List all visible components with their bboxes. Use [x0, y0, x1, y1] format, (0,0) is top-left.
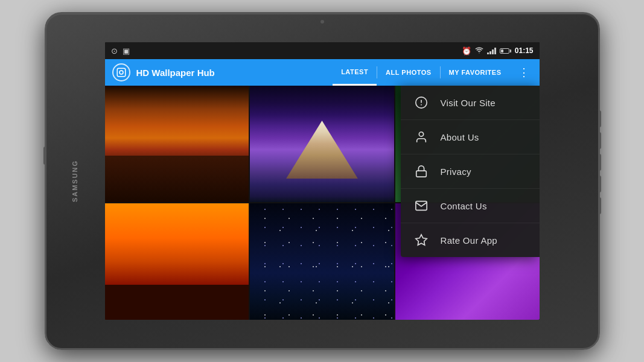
main-content: Visit Our Site About Us	[105, 86, 540, 320]
photo-cell-2[interactable]	[250, 86, 394, 202]
tab-all-photos[interactable]: ALL PHOTOS	[377, 59, 440, 86]
dropdown-menu: Visit Our Site About Us	[401, 86, 540, 257]
mail-icon	[413, 197, 430, 214]
star-icon	[413, 232, 430, 249]
svg-rect-7	[416, 171, 426, 177]
svg-point-2	[120, 71, 123, 74]
app-title: HD Wallpaper Hub	[136, 68, 327, 78]
svg-point-5	[421, 104, 422, 106]
menu-label-visit-site: Visit Our Site	[441, 98, 496, 108]
photo-cell-4[interactable]	[105, 203, 249, 320]
navigation-tabs: LATEST ALL PHOTOS MY FAVORITES	[333, 59, 509, 86]
lock-icon	[413, 163, 430, 180]
svg-rect-1	[117, 68, 126, 77]
menu-label-privacy: Privacy	[441, 167, 471, 177]
whatsapp-icon: ⊙	[111, 46, 118, 56]
app-logo-icon	[112, 63, 130, 81]
status-left-icons: ⊙ ▣	[111, 46, 130, 56]
alert-circle-icon	[413, 94, 430, 111]
svg-marker-8	[415, 235, 426, 245]
menu-label-rate-app: Rate Our App	[441, 235, 498, 246]
camera-dot	[320, 20, 324, 24]
svg-point-6	[419, 132, 423, 136]
status-time: 01:15	[515, 46, 534, 55]
app-toolbar: HD Wallpaper Hub LATEST ALL PHOTOS MY FA…	[105, 59, 540, 86]
tab-latest[interactable]: LATEST	[333, 59, 377, 86]
power-button[interactable]	[43, 147, 46, 165]
person-icon	[413, 129, 430, 145]
photo-cell-1[interactable]	[105, 86, 249, 202]
volume-down-button[interactable]	[598, 132, 601, 149]
wifi-icon	[475, 46, 483, 56]
status-right-icons: ⏰	[462, 46, 534, 56]
rotate-button[interactable]	[598, 154, 601, 171]
tablet-device: SAMSUNG ⊙ ▣ ⏰	[45, 12, 600, 350]
menu-label-about-us: About Us	[441, 132, 479, 142]
menu-item-about-us[interactable]: About Us	[401, 120, 540, 154]
menu-button-right[interactable]	[598, 197, 601, 214]
menu-item-privacy[interactable]: Privacy	[401, 154, 540, 189]
volume-up-button[interactable]	[598, 110, 601, 127]
right-side-buttons	[598, 110, 601, 214]
gallery-icon: ▣	[123, 46, 130, 56]
brand-label: SAMSUNG	[71, 160, 78, 202]
device-screen: ⊙ ▣ ⏰	[105, 42, 540, 320]
tab-my-favorites[interactable]: MY FAVORITES	[441, 59, 510, 86]
signal-bars	[487, 47, 496, 54]
alarm-icon: ⏰	[462, 46, 471, 56]
back-button-right[interactable]	[598, 176, 601, 192]
status-bar: ⊙ ▣ ⏰	[105, 42, 540, 59]
menu-label-contact-us: Contact Us	[441, 201, 487, 211]
battery-icon	[500, 48, 511, 54]
svg-point-0	[479, 52, 479, 53]
more-options-button[interactable]: ⋮	[516, 66, 532, 79]
menu-item-rate-app[interactable]: Rate Our App	[401, 223, 540, 257]
photo-cell-5[interactable]	[250, 203, 394, 320]
menu-item-visit-site[interactable]: Visit Our Site	[401, 86, 540, 120]
menu-item-contact-us[interactable]: Contact Us	[401, 189, 540, 223]
